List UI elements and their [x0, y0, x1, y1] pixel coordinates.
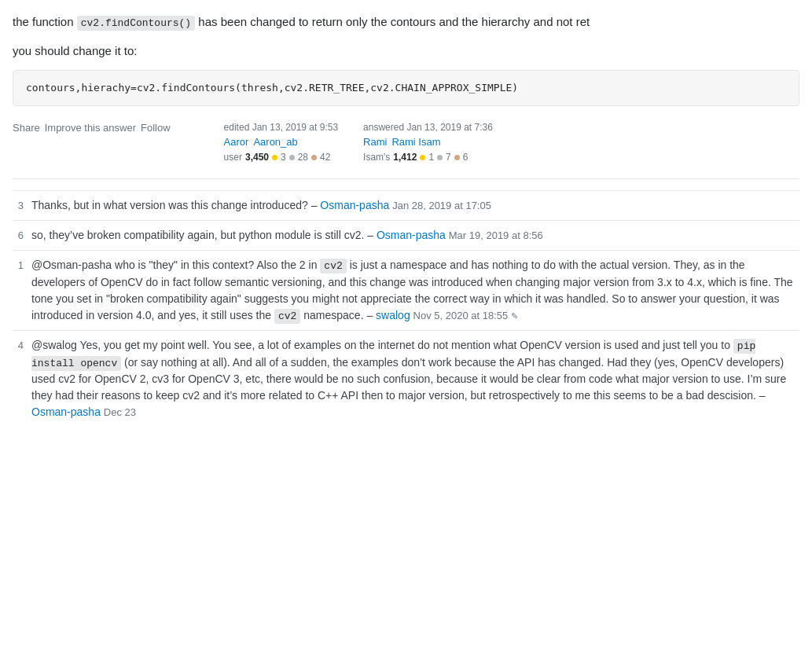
answerer-user1[interactable]: Rami: [363, 134, 387, 150]
gold-dot: [272, 155, 277, 160]
answerer-label: answered Jan 13, 2019 at 7:36: [363, 120, 493, 134]
comment-user[interactable]: Osman-pasha: [377, 229, 446, 241]
comment-date: Nov 5, 2020 at 18:55: [413, 310, 509, 321]
action-bar: Share Improve this answer Follow edited …: [13, 120, 799, 165]
comment-item: 4@swalog Yes, you get my point well. You…: [13, 330, 799, 427]
comment-vote: 4: [13, 337, 24, 354]
edit-icon[interactable]: ✎: [511, 311, 518, 321]
answerer-rep-score: 1,412: [393, 150, 417, 164]
should-change-text: you should change it to:: [13, 42, 799, 61]
comment-vote: 3: [13, 197, 24, 214]
editor-user1[interactable]: Aaror: [224, 134, 249, 150]
editor-card: edited Jan 13, 2019 at 9:53 Aaror Aaron_…: [224, 120, 338, 165]
share-link[interactable]: Share: [13, 122, 40, 134]
action-links: Share Improve this answer Follow: [13, 122, 171, 134]
intro-code1: cv2.findContours(): [77, 16, 195, 31]
editor-rep: user 3,450 3 28 42: [224, 150, 338, 164]
intro-text1: the function: [13, 15, 74, 28]
comment-date: Jan 28, 2019 at 17:05: [392, 200, 491, 211]
answerer-names: Rami Rami Isam: [363, 134, 493, 150]
answerer-rep: Isam's 1,412 1 7 6: [363, 150, 493, 164]
comment-vote: 6: [13, 227, 24, 244]
editor-gold-count: 3: [281, 150, 286, 164]
comment-date: Mar 19, 2019 at 8:56: [449, 229, 543, 241]
intro-text2: has been changed to return only the cont…: [198, 15, 590, 28]
follow-link[interactable]: Follow: [141, 122, 171, 134]
comment-vote: 1: [13, 257, 24, 273]
comment-text: @Osman-pasha who is "they" in this conte…: [31, 259, 317, 271]
silver-dot: [289, 155, 295, 160]
comment-text: so, they’ve broken compatibility again, …: [31, 229, 373, 241]
comment-list: 3Thanks, but in what version was this ch…: [13, 190, 799, 427]
answerer-silver-count: 7: [446, 150, 451, 164]
editor-silver-count: 28: [298, 150, 308, 164]
comment-text2: (or say nothing at all). And all of a su…: [31, 356, 786, 402]
editor-answerer-area: edited Jan 13, 2019 at 9:53 Aaror Aaron_…: [224, 120, 799, 165]
editor-label: edited Jan 13, 2019 at 9:53: [224, 120, 338, 134]
bronze-dot: [311, 155, 317, 160]
intro-text: the function cv2.findContours() has been…: [13, 13, 799, 32]
editor-names: Aaror Aaron_ab: [224, 134, 338, 150]
divider: [13, 178, 799, 179]
comment-item: 1@Osman-pasha who is "they" in this cont…: [13, 250, 799, 330]
editor-rep-score: 3,450: [245, 150, 269, 164]
answerer-bronze-count: 6: [463, 150, 468, 164]
comment-text: Thanks, but in what version was this cha…: [31, 199, 317, 211]
gold-dot2: [420, 155, 425, 160]
comment-user[interactable]: swalog: [376, 309, 410, 321]
comment-body: so, they’ve broken compatibility again, …: [31, 227, 799, 244]
comment-code: cv2: [320, 259, 346, 273]
comment-text3: namespace. –: [303, 309, 373, 321]
answerer-gold-count: 1: [428, 150, 434, 164]
comment-date: Dec 23: [104, 406, 136, 418]
comment-code2: cv2: [274, 309, 300, 324]
comment-user[interactable]: Osman-pasha: [320, 199, 389, 211]
comment-user[interactable]: Osman-pasha: [31, 406, 101, 418]
comment-body: @Osman-pasha who is "they" in this conte…: [31, 257, 799, 324]
comment-item: 6so, they’ve broken compatibility again,…: [13, 220, 799, 250]
editor-role: user: [224, 150, 242, 164]
editor-user2[interactable]: Aaron_ab: [253, 134, 297, 150]
improve-link[interactable]: Improve this answer: [45, 122, 136, 134]
answerer-user2[interactable]: Rami Isam: [391, 134, 440, 150]
comment-body: @swalog Yes, you get my point well. You …: [31, 337, 799, 420]
code-block: contours,hierachy=cv2.findContours(thres…: [13, 70, 799, 106]
answerer-card: answered Jan 13, 2019 at 7:36 Rami Rami …: [363, 120, 493, 165]
comment-body: Thanks, but in what version was this cha…: [31, 197, 799, 214]
bronze-dot2: [454, 155, 460, 160]
editor-bronze-count: 42: [320, 150, 330, 164]
comment-text: @swalog Yes, you get my point well. You …: [31, 339, 730, 351]
answerer-abbr: Isam's: [363, 150, 390, 164]
silver-dot2: [437, 155, 443, 160]
comment-item: 3Thanks, but in what version was this ch…: [13, 190, 799, 220]
